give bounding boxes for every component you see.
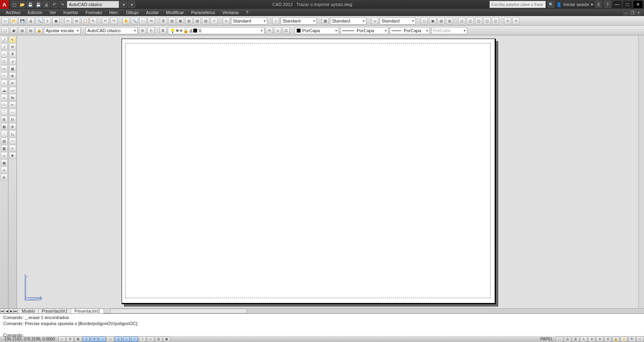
qat-redo-icon[interactable]: ↷ [59,1,66,8]
vp-single-icon[interactable]: ▢ [2,27,9,34]
doc-minimize-icon[interactable]: – [623,10,629,15]
status-quickview-l-icon[interactable]: ▤ [564,336,571,342]
tool-offset-icon[interactable]: ⫽ [9,58,16,65]
tool-region-icon[interactable]: ▱ [1,152,8,159]
qat-save-icon[interactable]: 💾 [27,1,34,8]
tb-vp3-icon[interactable]: ▤ [438,17,445,25]
tool-copy-icon[interactable]: ⧉ [9,43,16,50]
tb-undo-icon[interactable]: ↶ [102,17,109,25]
tool-hatch-icon[interactable]: ▨ [1,138,8,144]
menu-archivo[interactable]: Archivo [2,10,24,15]
tool-rect-icon[interactable]: ▭ [1,65,8,72]
status-dyn-icon[interactable]: + [131,336,138,342]
menu-edicion[interactable]: Edición [25,10,45,15]
status-annovis-icon[interactable]: ⊗ [588,336,595,342]
tb-save-icon[interactable]: 💾 [19,17,26,25]
exchange-icon[interactable]: X [595,1,602,8]
tool-gradient-icon[interactable]: ▩ [1,145,8,152]
tool-spline-icon[interactable]: ∿ [1,94,8,101]
status-3dosnap-icon[interactable]: ◻ [107,336,114,342]
status-ortho-icon[interactable]: ┼ [83,336,90,342]
tb-match-icon[interactable]: ✎ [90,17,97,25]
qat-undo-icon[interactable]: ↶ [51,1,58,8]
scrollbar-horizontal-thumb[interactable] [110,309,247,313]
tool-point-icon[interactable]: · [1,130,8,137]
tab-nav-prev-icon[interactable]: ◀ [4,309,9,313]
tool-pline-icon[interactable]: ⟋ [1,51,8,58]
tb-new-icon[interactable]: □ [2,17,9,25]
tb-pan-icon[interactable]: ✋ [122,17,130,25]
qat-dropdown-icon[interactable]: ▾ [120,1,127,8]
tb-zoom-icon[interactable]: 🔍 [131,17,138,25]
scrollbar-vertical[interactable] [638,35,644,308]
help-icon[interactable]: ? [604,1,611,8]
status-polar-icon[interactable]: ✛ [91,336,98,342]
tb-ws4-icon[interactable]: ◫ [483,17,491,25]
workspace-combo[interactable]: AutoCAD clásico [85,27,138,34]
workspace-selector[interactable]: AutoCAD clásico [67,1,119,8]
space-toggle[interactable]: PAPEL [538,337,556,341]
tb-help-icon[interactable]: ? [211,17,218,25]
table-style-icon[interactable]: ▦ [322,17,329,25]
coordinates-readout[interactable]: -195.2183, 376.3196, 0.0000 [0,337,58,341]
tool-circle-icon[interactable]: ○ [1,80,8,87]
vp-poly-icon[interactable]: ▣ [10,27,17,34]
window-minimize-icon[interactable]: — [613,1,621,8]
menu-help[interactable]: ? [243,10,252,15]
layer-iso-icon[interactable]: ⊡ [283,27,290,34]
tool-explode-icon[interactable]: ✸ [9,152,16,159]
tool-arc-icon[interactable]: ◠ [1,72,8,79]
tb-cut-icon[interactable]: ✂ [64,17,72,25]
status-osnap-icon[interactable]: □ [99,336,106,342]
layer-props-icon[interactable]: ≣ [159,27,167,34]
tool-move-icon[interactable]: ✥ [9,72,16,79]
tb-open-icon[interactable]: 📂 [10,17,17,25]
tb-vp2-icon[interactable]: ▣ [429,17,436,25]
tool-blend-icon[interactable]: ∿ [9,145,16,152]
dim-style-combo[interactable]: Standard [281,17,317,25]
tool-table-icon[interactable]: ▦ [1,159,8,166]
tab-nav-last-icon[interactable]: ⏭ [13,309,18,313]
tab-layout2[interactable]: Presentación2 [71,309,104,313]
doc-restore-icon[interactable]: ❐ [630,10,635,15]
table-style-combo[interactable]: Standard [330,17,366,25]
menu-dibujo[interactable]: Dibujo [123,10,142,15]
status-clean-icon[interactable]: ▭ [636,336,644,342]
menu-ver[interactable]: Ver [46,10,60,15]
dim-style-icon[interactable]: ⟟ [272,17,279,25]
vp-lock-icon[interactable]: 🔒 [35,27,43,34]
drawing-canvas[interactable] [17,35,638,308]
infocenter-search-input[interactable]: Escriba palabra clave o frase [489,1,546,8]
status-tpy-icon[interactable]: ▭ [147,336,154,342]
tool-line-icon[interactable]: ╱ [1,36,8,43]
status-annoscale-icon[interactable]: A [580,336,587,342]
tool-extend-icon[interactable]: → [9,109,16,115]
status-sc-icon[interactable]: ▣ [163,336,170,342]
menu-herr[interactable]: Herr. [106,10,122,15]
tab-nav-next-icon[interactable]: ▶ [9,309,13,313]
tb-markup-icon[interactable]: ▧ [194,17,201,25]
tool-trim-icon[interactable]: ✂ [9,101,16,108]
tool-mtext-icon[interactable]: A [1,167,8,173]
signin-button[interactable]: 👤 Iniciar sesión ▾ [556,2,593,7]
tool-mirror-icon[interactable]: ⧗ [9,51,16,58]
tb-calc-icon[interactable]: ▨ [202,17,209,25]
status-snap-icon[interactable]: ⊞ [66,336,74,342]
menu-formato[interactable]: Formato [83,10,105,15]
status-toolbar-lock-icon[interactable]: 🔒 [612,336,619,342]
tool-ellipse-icon[interactable]: ⬭ [1,101,8,108]
tb-toolpal-icon[interactable]: ▦ [177,17,184,25]
status-ducs-icon[interactable]: L [123,336,130,342]
tool-join-icon[interactable]: ⊕ [9,123,16,130]
doc-close-icon[interactable]: × [636,10,642,15]
text-style-combo[interactable]: Standard [231,17,267,25]
tool-fillet-icon[interactable]: ◠ [9,138,16,144]
tool-scale-icon[interactable]: ▱ [9,87,16,94]
tb-ws3-icon[interactable]: ◫ [475,17,482,25]
tab-nav-first-icon[interactable]: ⏮ [0,309,4,313]
workspace-save-icon[interactable]: ⎘ [147,27,155,34]
tool-stretch-icon[interactable]: ↹ [9,94,16,101]
tb-zoomprev-icon[interactable]: ⟲ [148,17,155,25]
tb-sheet-icon[interactable]: ▥ [185,17,192,25]
tool-erase-icon[interactable]: ✎ [9,36,16,43]
